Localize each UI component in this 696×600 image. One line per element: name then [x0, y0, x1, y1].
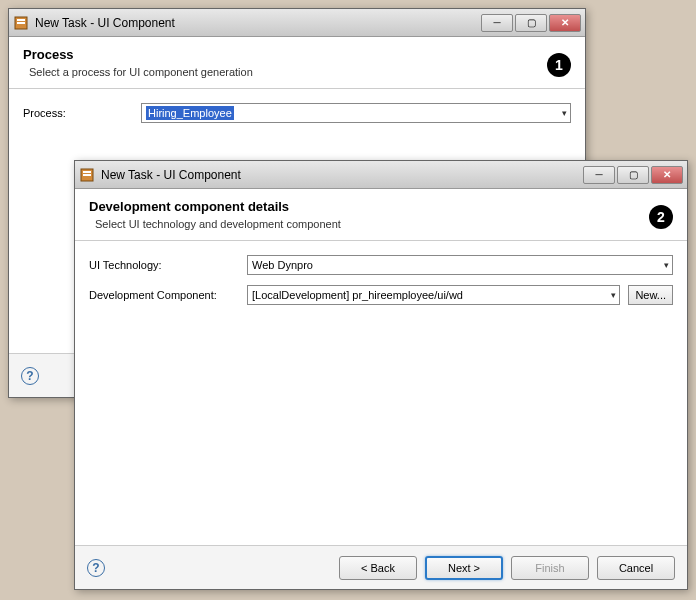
wizard-step-title: Process	[23, 47, 571, 62]
wizard-header: Development component details Select UI …	[75, 189, 687, 241]
step-badge-1: 1	[547, 53, 571, 77]
dev-component-value: [LocalDevelopment] pr_hireemployee/ui/wd	[252, 289, 463, 301]
cancel-button[interactable]: Cancel	[597, 556, 675, 580]
ui-technology-value: Web Dynpro	[252, 259, 313, 271]
maximize-button[interactable]: ▢	[617, 166, 649, 184]
dev-component-label: Development Component:	[89, 289, 239, 301]
wizard-header: Process Select a process for UI componen…	[9, 37, 585, 89]
dev-component-row: Development Component: [LocalDevelopment…	[89, 285, 673, 305]
close-button[interactable]: ✕	[549, 14, 581, 32]
app-icon	[13, 15, 29, 31]
process-combo[interactable]: Hiring_Employee ▾	[141, 103, 571, 123]
chevron-down-icon: ▾	[611, 290, 616, 300]
wizard-dialog-2: New Task - UI Component ─ ▢ ✕ Developmen…	[74, 160, 688, 590]
window-controls: ─ ▢ ✕	[583, 166, 683, 184]
step-badge-2: 2	[649, 205, 673, 229]
titlebar[interactable]: New Task - UI Component ─ ▢ ✕	[9, 9, 585, 37]
window-controls: ─ ▢ ✕	[481, 14, 581, 32]
back-button[interactable]: < Back	[339, 556, 417, 580]
ui-technology-row: UI Technology: Web Dynpro ▾	[89, 255, 673, 275]
finish-button: Finish	[511, 556, 589, 580]
window-title: New Task - UI Component	[35, 16, 481, 30]
maximize-button[interactable]: ▢	[515, 14, 547, 32]
wizard-step-title: Development component details	[89, 199, 673, 214]
process-row: Process: Hiring_Employee ▾	[23, 103, 571, 123]
process-value: Hiring_Employee	[146, 106, 234, 120]
process-label: Process:	[23, 107, 133, 119]
new-button[interactable]: New...	[628, 285, 673, 305]
dev-component-combo[interactable]: [LocalDevelopment] pr_hireemployee/ui/wd…	[247, 285, 620, 305]
help-icon[interactable]: ?	[21, 367, 39, 385]
chevron-down-icon: ▾	[664, 260, 669, 270]
svg-rect-2	[17, 22, 25, 24]
window-title: New Task - UI Component	[101, 168, 583, 182]
svg-rect-1	[17, 19, 25, 21]
ui-technology-label: UI Technology:	[89, 259, 239, 271]
ui-technology-combo[interactable]: Web Dynpro ▾	[247, 255, 673, 275]
wizard-step-desc: Select UI technology and development com…	[95, 218, 673, 230]
footer-buttons: < Back Next > Finish Cancel	[339, 556, 675, 580]
form-area: Process: Hiring_Employee ▾	[9, 89, 585, 147]
svg-rect-5	[83, 174, 91, 176]
minimize-button[interactable]: ─	[583, 166, 615, 184]
minimize-button[interactable]: ─	[481, 14, 513, 32]
form-area: UI Technology: Web Dynpro ▾ Development …	[75, 241, 687, 329]
chevron-down-icon: ▾	[562, 108, 567, 118]
help-icon[interactable]: ?	[87, 559, 105, 577]
wizard-footer: ? < Back Next > Finish Cancel	[75, 545, 687, 589]
next-button[interactable]: Next >	[425, 556, 503, 580]
wizard-step-desc: Select a process for UI component genera…	[29, 66, 571, 78]
app-icon	[79, 167, 95, 183]
titlebar[interactable]: New Task - UI Component ─ ▢ ✕	[75, 161, 687, 189]
close-button[interactable]: ✕	[651, 166, 683, 184]
svg-rect-4	[83, 171, 91, 173]
